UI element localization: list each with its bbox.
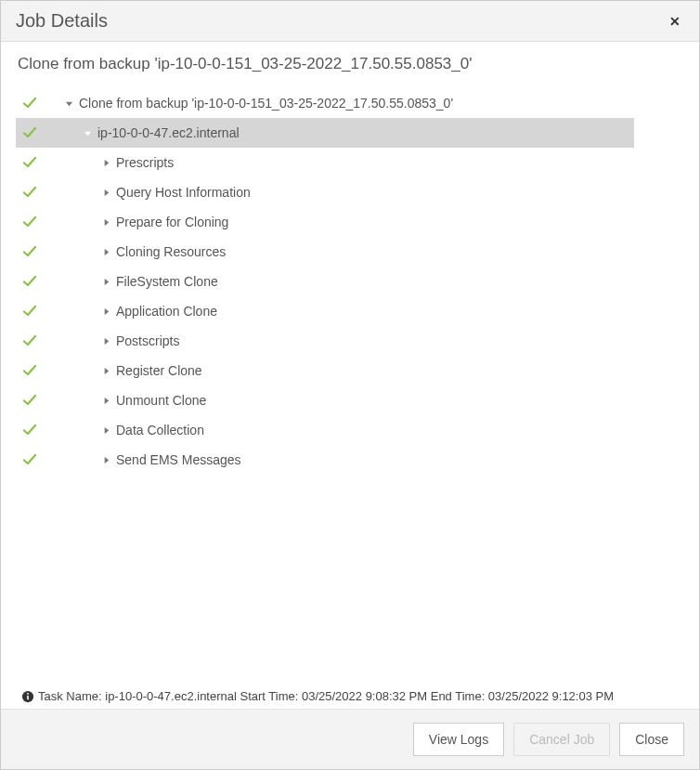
job-subtitle: Clone from backup 'ip-10-0-0-151_03-25-2… (16, 55, 684, 73)
dialog-body: Clone from backup 'ip-10-0-0-151_03-25-2… (1, 42, 699, 709)
chevron-right-icon[interactable] (99, 159, 112, 167)
chevron-right-icon[interactable] (99, 367, 112, 375)
tree-row-label: Send EMS Messages (116, 452, 241, 467)
tree-row[interactable]: Prescripts (16, 148, 634, 177)
check-icon (16, 452, 44, 467)
svg-rect-1 (27, 695, 29, 698)
chevron-right-icon[interactable] (99, 307, 112, 316)
task-info-bar: Task Name: ip-10-0-0-47.ec2.internal Sta… (16, 681, 684, 709)
tree-row-label: Postscripts (116, 333, 179, 348)
tree-row-label: Application Clone (116, 304, 217, 319)
tree-row-label: Prepare for Cloning (116, 215, 228, 229)
tree-row[interactable]: Send EMS Messages (16, 445, 634, 475)
chevron-right-icon[interactable] (99, 397, 112, 405)
check-icon (16, 155, 44, 170)
check-icon (16, 274, 44, 289)
check-icon (16, 423, 44, 437)
chevron-right-icon[interactable] (99, 456, 112, 464)
tree-row-label: Data Collection (116, 423, 204, 437)
cancel-job-button: Cancel Job (513, 723, 610, 756)
check-icon (16, 333, 44, 348)
tree-row[interactable]: Clone from backup 'ip-10-0-0-151_03-25-2… (16, 88, 634, 118)
tree-row-label: FileSystem Clone (116, 274, 218, 289)
job-details-dialog: Job Details ✕ Clone from backup 'ip-10-0… (0, 0, 700, 770)
check-icon (16, 125, 44, 140)
chevron-down-icon[interactable] (62, 99, 75, 108)
tree-row[interactable]: ip-10-0-0-47.ec2.internal (16, 118, 634, 148)
tree-row-label: ip-10-0-0-47.ec2.internal (97, 125, 240, 140)
tree-row-label: Unmount Clone (116, 393, 206, 408)
svg-point-2 (27, 692, 29, 694)
tree-row[interactable]: Prepare for Cloning (16, 207, 634, 237)
chevron-down-icon[interactable] (81, 129, 94, 137)
tree-row[interactable]: Register Clone (16, 356, 634, 385)
tree-row[interactable]: Query Host Information (16, 177, 634, 207)
task-info-text: Task Name: ip-10-0-0-47.ec2.internal Sta… (38, 689, 614, 703)
tree-row-label: Cloning Resources (116, 244, 226, 259)
check-icon (16, 215, 44, 229)
tree-row[interactable]: Unmount Clone (16, 385, 634, 415)
check-icon (16, 393, 44, 408)
tree-row-label: Prescripts (116, 155, 174, 170)
tree-row[interactable]: FileSystem Clone (16, 267, 634, 296)
dialog-footer: View Logs Cancel Job Close (1, 709, 699, 769)
chevron-right-icon[interactable] (99, 337, 112, 346)
check-icon (16, 363, 44, 378)
check-icon (16, 185, 44, 200)
chevron-right-icon[interactable] (99, 189, 112, 197)
chevron-right-icon[interactable] (99, 426, 112, 435)
view-logs-button[interactable]: View Logs (413, 723, 504, 756)
check-icon (16, 244, 44, 259)
tree-row[interactable]: Cloning Resources (16, 237, 634, 267)
chevron-right-icon[interactable] (99, 248, 112, 256)
close-button[interactable]: Close (619, 723, 684, 756)
job-tree[interactable]: Clone from backup 'ip-10-0-0-151_03-25-2… (16, 88, 684, 681)
close-icon[interactable]: ✕ (666, 14, 684, 29)
info-icon (21, 690, 34, 703)
tree-row-label: Query Host Information (116, 185, 251, 200)
dialog-title: Job Details (16, 10, 108, 32)
dialog-header: Job Details ✕ (1, 1, 699, 42)
tree-row-label: Clone from backup 'ip-10-0-0-151_03-25-2… (79, 96, 453, 111)
chevron-right-icon[interactable] (99, 218, 112, 227)
chevron-right-icon[interactable] (99, 278, 112, 286)
tree-row[interactable]: Postscripts (16, 326, 634, 356)
tree-row[interactable]: Data Collection (16, 415, 634, 445)
tree-row[interactable]: Application Clone (16, 296, 634, 326)
check-icon (16, 304, 44, 319)
check-icon (16, 96, 44, 111)
tree-row-label: Register Clone (116, 363, 202, 378)
